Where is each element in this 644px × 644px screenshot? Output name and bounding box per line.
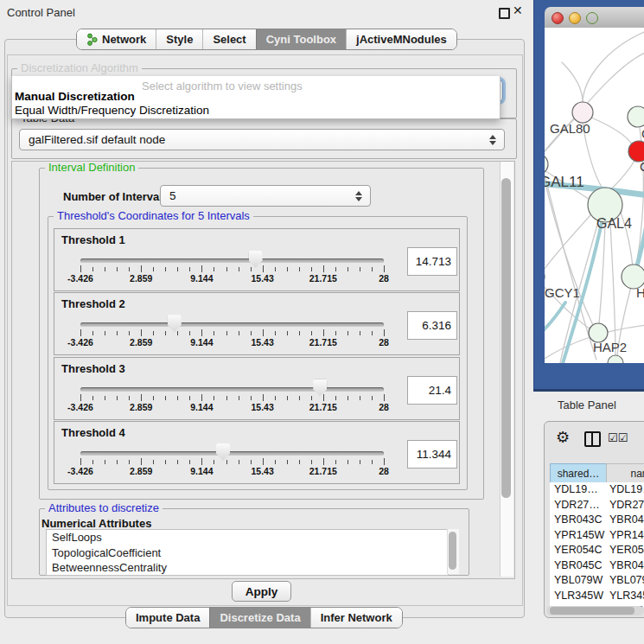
- axis-label: 28: [379, 466, 389, 476]
- zoom-light-icon[interactable]: [586, 12, 598, 24]
- cell-shared-name: YDR27…: [554, 498, 606, 513]
- axis-tick: [287, 460, 288, 464]
- axis-tick: [226, 396, 227, 400]
- table-row-ybl079w[interactable]: YBL079WYBL079W: [550, 573, 644, 589]
- threshold-4-slider-handle[interactable]: [216, 443, 230, 461]
- settings-scrollbar-thumb[interactable]: [501, 178, 511, 498]
- network-node-label: GCY1: [545, 285, 580, 300]
- axis-tick: [201, 394, 202, 401]
- axis-tick: [287, 267, 288, 271]
- axis-tick: [141, 329, 142, 336]
- cell-name: YBR043C: [609, 513, 644, 528]
- axis-tick: [360, 460, 360, 464]
- table-hscrollbar-thumb[interactable]: [550, 607, 634, 615]
- threshold-1-slider-handle[interactable]: [249, 251, 263, 268]
- threshold-1-slider-track[interactable]: [80, 258, 384, 263]
- numerical-attributes-list[interactable]: SelfLoopsTopologicalCoefficientBetweenne…: [46, 529, 449, 576]
- table-data-combo[interactable]: galFiltered.sif default node: [19, 129, 505, 150]
- tab-jactivemnodules[interactable]: jActiveMNodules: [346, 29, 456, 49]
- axis-tick: [177, 267, 178, 271]
- threshold-3-slider-handle[interactable]: [313, 379, 327, 397]
- tab-network[interactable]: Network: [77, 29, 156, 49]
- table-column-header-name[interactable]: name: [606, 463, 644, 483]
- threshold-4-slider-track[interactable]: [80, 451, 384, 456]
- axis-label: 28: [379, 273, 389, 284]
- axis-label: 21.715: [309, 402, 337, 412]
- axis-tick: [129, 331, 130, 335]
- threshold-2-slider-track[interactable]: [80, 322, 384, 327]
- axis-tick: [153, 267, 154, 271]
- axis-tick: [105, 267, 105, 271]
- attributes-scrollbar-thumb[interactable]: [449, 532, 456, 570]
- network-edge: [545, 303, 565, 335]
- axis-tick: [92, 331, 93, 335]
- axis-tick: [360, 396, 360, 400]
- bottom-tab-infer-network[interactable]: Infer Network: [310, 608, 402, 628]
- algorithm-option-equal-width-frequency-discretization[interactable]: Equal Width/Frequency Discretization: [15, 104, 209, 117]
- table-row-yer054c[interactable]: YER054CYER054C: [550, 543, 644, 558]
- attribute-item-selfloops[interactable]: SelfLoops: [47, 530, 448, 545]
- axis-tick: [384, 394, 385, 401]
- tab-style[interactable]: Style: [156, 29, 202, 49]
- axis-tick: [348, 460, 348, 464]
- threshold-panel-2: Threshold 2-3.4262.8599.14415.4321.71528…: [54, 292, 460, 355]
- table-data-combo-value: galFiltered.sif default node: [29, 133, 165, 146]
- threshold-1-value-field[interactable]: 14.713: [407, 247, 457, 276]
- algorithm-dropdown-popup: Select algorithm to view settings Manual…: [11, 76, 501, 119]
- settings-gear-icon[interactable]: ⚙: [556, 429, 570, 446]
- attribute-item-topologicalcoefficient[interactable]: TopologicalCoefficient: [47, 545, 448, 561]
- axis-tick: [201, 458, 202, 465]
- threshold-3-slider-track[interactable]: [80, 387, 384, 392]
- cell-name: YBL079W: [609, 573, 644, 589]
- threshold-panel-4: Threshold 4-3.4262.8599.14415.4321.71528…: [54, 421, 460, 484]
- network-node-gal80[interactable]: [572, 102, 593, 123]
- axis-tick: [251, 267, 252, 271]
- float-icon[interactable]: [499, 8, 510, 19]
- minimize-light-icon[interactable]: [569, 12, 581, 24]
- table-row-ybr045c[interactable]: YBR045CYBR045C: [550, 558, 644, 574]
- network-node-label: GAL11: [545, 174, 584, 190]
- axis-tick: [226, 331, 227, 335]
- network-canvas[interactable]: GAL80GACGAL11GAL4GCY1HHAP2: [545, 28, 644, 363]
- axis-tick: [129, 267, 130, 271]
- numerical-attributes-label: Numerical Attributes: [41, 517, 151, 530]
- network-node-ga[interactable]: [628, 106, 644, 127]
- close-light-icon[interactable]: [552, 12, 564, 24]
- column-layout-icon[interactable]: [584, 431, 601, 447]
- bottom-tab-discretize-data[interactable]: Discretize Data: [209, 608, 309, 628]
- table-row-ydl19[interactable]: YDL19…YDL19…: [550, 482, 644, 498]
- algorithm-option-manual-discretization[interactable]: Manual Discretization: [15, 90, 135, 103]
- checkbox-icons[interactable]: ☑☑: [608, 431, 628, 444]
- axis-label: 9.144: [190, 466, 213, 476]
- axis-tick: [214, 460, 214, 464]
- table-column-header-shared[interactable]: shared…: [550, 463, 607, 483]
- apply-button[interactable]: Apply: [232, 581, 291, 602]
- cell-shared-name: YBR043C: [554, 513, 606, 528]
- table-row-ybr043c[interactable]: YBR043CYBR043C: [550, 513, 644, 528]
- threshold-4-value-field[interactable]: 11.344: [407, 440, 457, 469]
- network-node-label: GAL4: [596, 216, 632, 231]
- table-panel-title: Table Panel: [558, 399, 616, 411]
- table-row-ydr27[interactable]: YDR27…YDR27…: [550, 498, 644, 513]
- tab-cyni-toolbox[interactable]: Cyni Toolbox: [256, 29, 346, 49]
- axis-tick: [299, 460, 300, 464]
- axis-tick: [189, 460, 190, 464]
- axis-tick: [239, 267, 239, 271]
- threshold-2-slider-handle[interactable]: [168, 315, 182, 332]
- axis-tick: [335, 267, 336, 271]
- network-window-titlebar[interactable]: [545, 7, 644, 29]
- threshold-3-value-field[interactable]: 21.4: [407, 376, 457, 405]
- bottom-tab-impute-data[interactable]: Impute Data: [126, 608, 209, 628]
- axis-tick: [311, 396, 312, 400]
- attribute-item-betweennesscentrality[interactable]: BetweennessCentrality: [47, 560, 448, 576]
- number-of-intervals-combo[interactable]: 5: [160, 185, 371, 207]
- network-node-partial[interactable]: [608, 355, 623, 363]
- axis-tick: [384, 458, 385, 465]
- axis-tick: [251, 331, 252, 335]
- threshold-2-value-field[interactable]: 6.316: [407, 311, 457, 340]
- close-icon[interactable]: ✕: [513, 3, 523, 17]
- table-row-ylr345w[interactable]: YLR345WYLR345W: [550, 589, 644, 604]
- table-row-ypr145w[interactable]: YPR145WYPR145W: [550, 528, 644, 544]
- threshold-1-label: Threshold 1: [61, 233, 125, 246]
- tab-select[interactable]: Select: [202, 29, 255, 49]
